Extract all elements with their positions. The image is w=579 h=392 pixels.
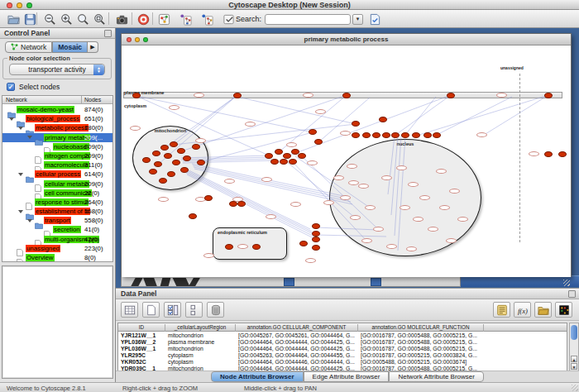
edge[interactable] [419, 95, 548, 135]
table-cell[interactable]: cytoplasm [165, 359, 236, 366]
node-small[interactable] [361, 238, 372, 243]
expander-icon[interactable] [9, 117, 14, 121]
node-small[interactable] [245, 122, 256, 127]
node-small[interactable] [130, 126, 141, 131]
open-button[interactable] [5, 12, 22, 26]
node[interactable] [204, 195, 213, 201]
node[interactable] [177, 148, 185, 154]
node[interactable] [252, 244, 261, 250]
node-small[interactable] [333, 175, 344, 180]
scrollbar-thumb[interactable] [571, 325, 577, 340]
node[interactable] [314, 139, 323, 145]
node[interactable] [275, 149, 283, 155]
table-row[interactable]: YPL036W__1mitochondrion[GO:0044464, GO:0… [118, 346, 567, 352]
tree-row[interactable]: transport558(0) [2, 216, 112, 225]
node[interactable] [280, 159, 288, 165]
node-small[interactable] [266, 214, 276, 219]
edge[interactable] [395, 95, 451, 136]
node-small[interactable] [436, 169, 447, 174]
node[interactable] [352, 132, 360, 138]
table-row[interactable]: YJR121W__1mitochondrion[GO:0045267, GO:0… [118, 332, 567, 339]
node[interactable] [152, 151, 160, 156]
network-view-titlebar[interactable]: primary metabolic process [122, 34, 571, 45]
layout-edges-button[interactable] [199, 12, 215, 26]
node-small[interactable] [381, 175, 392, 180]
select-nodes-checkbox[interactable]: ✓ [7, 83, 15, 91]
edge[interactable] [398, 136, 405, 251]
node[interactable] [132, 93, 141, 98]
node-small[interactable] [158, 197, 169, 202]
tab-node-attribute-browser[interactable]: Node Attribute Browser [211, 371, 304, 382]
node[interactable] [362, 132, 371, 138]
node-small[interactable] [303, 93, 313, 98]
expander-icon[interactable] [27, 136, 32, 139]
node[interactable] [142, 157, 151, 163]
background-window-fragment[interactable] [461, 275, 579, 287]
node[interactable] [167, 171, 175, 177]
node-small[interactable] [373, 227, 384, 232]
search-dropdown-button[interactable]: ▼ [352, 14, 363, 25]
column-header-1[interactable]: _cellularLayoutRegion [165, 324, 236, 332]
table-row[interactable]: YKR052Ccytoplasm[GO:0044464, GO:0044446,… [118, 359, 567, 366]
import-attributes-button[interactable] [534, 302, 552, 318]
node[interactable] [160, 145, 169, 151]
tab-mosaic[interactable]: Mosaic [52, 41, 88, 53]
tree-row[interactable]: Overview8(0) [2, 253, 112, 262]
node[interactable] [312, 245, 320, 251]
node[interactable] [289, 159, 297, 165]
node-small[interactable] [476, 132, 487, 137]
tree-row[interactable]: metabolic process280(0) [2, 123, 112, 132]
node[interactable] [391, 132, 400, 138]
save-button[interactable] [22, 12, 38, 26]
table-cell[interactable]: [GO:0016787, GO:0005488, GO:0005215, G..… [358, 332, 484, 339]
node[interactable] [192, 144, 200, 150]
node[interactable] [172, 160, 180, 165]
node[interactable] [401, 132, 409, 138]
node[interactable] [189, 213, 197, 219]
node[interactable] [298, 153, 306, 159]
table-cell[interactable]: [GO:0045267, GO:0045261, GO:0044464, G..… [236, 332, 358, 339]
node[interactable] [342, 93, 351, 98]
node-small[interactable] [408, 182, 419, 187]
edge[interactable] [187, 174, 315, 239]
edge[interactable] [316, 227, 378, 230]
node-small[interactable] [529, 151, 539, 156]
tabs-overflow-button[interactable]: ▶ [88, 41, 98, 53]
node[interactable] [180, 167, 189, 173]
tree-row[interactable]: secretion41(0) [2, 225, 112, 234]
node-small[interactable] [457, 217, 468, 222]
tree-row[interactable]: response to stimul264(0) [2, 198, 112, 207]
node[interactable] [312, 223, 320, 229]
birdseye-overview-panel[interactable] [2, 265, 113, 379]
node-small[interactable] [340, 131, 351, 136]
node-small[interactable] [386, 244, 397, 249]
node[interactable] [164, 153, 172, 159]
edge[interactable] [287, 95, 451, 156]
delete-attribute-button[interactable] [207, 302, 224, 318]
node[interactable] [312, 231, 320, 237]
node-small[interactable] [203, 253, 214, 258]
column-divider[interactable] [81, 96, 82, 104]
help-button[interactable] [135, 12, 151, 26]
node-small[interactable] [340, 195, 351, 200]
column-header-3[interactable]: annotation.GO MOLECULAR_FUNCTION [358, 324, 484, 332]
tree-row[interactable]: macromolecule311(0) [2, 160, 112, 170]
edge[interactable] [481, 95, 548, 136]
zoom-in-button[interactable] [58, 12, 74, 26]
node-small[interactable] [224, 179, 235, 184]
tree-row[interactable]: nucleobase-209(0) [2, 142, 112, 151]
node-small[interactable] [237, 244, 248, 249]
layout-nodes-button[interactable] [177, 12, 194, 26]
table-row[interactable]: YPL036W__2plasma membrane[GO:0044464, GO… [118, 339, 567, 346]
select-attributes-button[interactable] [164, 302, 181, 318]
tree-col-nodes[interactable]: Nodes [84, 97, 101, 103]
edge[interactable] [405, 97, 436, 135]
network-overlay-button[interactable] [156, 12, 172, 26]
node-small[interactable] [358, 184, 369, 189]
node-small[interactable] [449, 189, 460, 194]
table-cell[interactable]: YPL036W__1 [118, 346, 165, 352]
node[interactable] [197, 160, 205, 165]
table-cell[interactable]: plasma membrane [165, 339, 236, 346]
snapshot-button[interactable] [113, 12, 130, 26]
column-header-2[interactable]: annotation.GO CELLULAR_COMPONENT [236, 324, 358, 332]
